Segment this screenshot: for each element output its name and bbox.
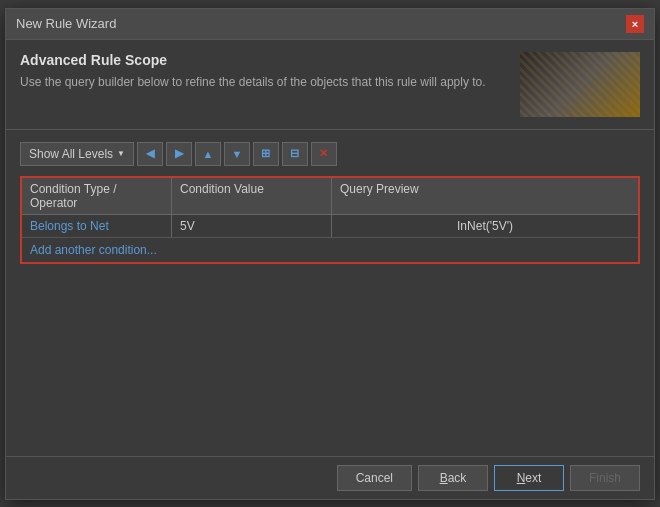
cancel-button[interactable]: Cancel (337, 465, 412, 491)
col-preview-header: Query Preview (332, 178, 638, 214)
header-image (520, 52, 640, 117)
table-row[interactable]: Belongs to Net 5V InNet('5V') (22, 215, 638, 238)
finish-button: Finish (570, 465, 640, 491)
condition-type-cell[interactable]: Belongs to Net (22, 215, 172, 237)
dropdown-arrow-icon: ▼ (117, 149, 125, 158)
left-arrow-icon: ◀ (146, 147, 154, 160)
add-row-icon: ⊞ (261, 147, 270, 160)
empty-area (20, 264, 640, 444)
right-arrow-icon: ▶ (175, 147, 183, 160)
remove-row-button[interactable]: ⊟ (282, 142, 308, 166)
header-section: Advanced Rule Scope Use the query builde… (6, 40, 654, 130)
header-description: Use the query builder below to refine th… (20, 74, 520, 91)
next-label: Next (517, 471, 542, 485)
move-down-button[interactable]: ▼ (224, 142, 250, 166)
clear-button[interactable]: ✕ (311, 142, 337, 166)
condition-value-cell[interactable]: 5V (172, 215, 332, 237)
move-left-button[interactable]: ◀ (137, 142, 163, 166)
clear-icon: ✕ (319, 147, 328, 160)
col-condition-header: Condition Type / Operator (22, 178, 172, 214)
query-preview-cell: InNet('5V') (332, 215, 638, 237)
remove-row-icon: ⊟ (290, 147, 299, 160)
header-title: Advanced Rule Scope (20, 52, 520, 68)
query-table: Condition Type / Operator Condition Valu… (20, 176, 640, 264)
close-button[interactable]: × (626, 15, 644, 33)
add-row-button[interactable]: ⊞ (253, 142, 279, 166)
show-all-levels-dropdown[interactable]: Show All Levels ▼ (20, 142, 134, 166)
back-button[interactable]: Back (418, 465, 488, 491)
content-area: Show All Levels ▼ ◀ ▶ ▲ ▼ ⊞ ⊟ ✕ (6, 130, 654, 456)
dialog-container: New Rule Wizard × Advanced Rule Scope Us… (5, 8, 655, 500)
next-button[interactable]: Next (494, 465, 564, 491)
dialog-title: New Rule Wizard (16, 16, 116, 31)
up-arrow-icon: ▲ (203, 148, 214, 160)
table-header: Condition Type / Operator Condition Valu… (22, 178, 638, 215)
header-text: Advanced Rule Scope Use the query builde… (20, 52, 520, 117)
dropdown-label: Show All Levels (29, 147, 113, 161)
move-up-button[interactable]: ▲ (195, 142, 221, 166)
move-right-button[interactable]: ▶ (166, 142, 192, 166)
toolbar: Show All Levels ▼ ◀ ▶ ▲ ▼ ⊞ ⊟ ✕ (20, 142, 640, 166)
add-condition-link[interactable]: Add another condition... (22, 238, 638, 262)
back-label: Back (440, 471, 467, 485)
footer: Cancel Back Next Finish (6, 456, 654, 499)
down-arrow-icon: ▼ (232, 148, 243, 160)
title-bar: New Rule Wizard × (6, 9, 654, 40)
col-value-header: Condition Value (172, 178, 332, 214)
